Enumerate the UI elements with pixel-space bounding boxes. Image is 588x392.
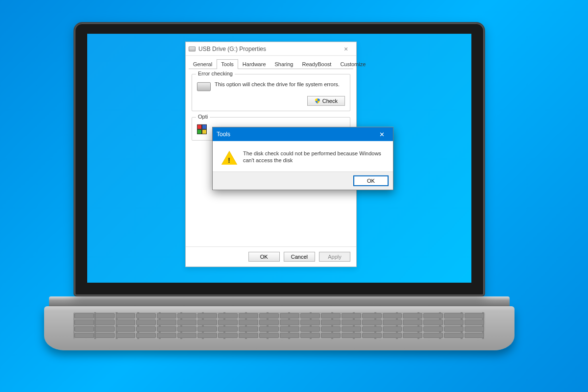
tab-tools[interactable]: Tools xyxy=(217,59,238,69)
hdd-icon xyxy=(197,82,211,91)
tab-readyboost[interactable]: ReadyBoost xyxy=(297,59,336,69)
laptop-hinge xyxy=(49,296,510,306)
error-checking-text: This option will check the drive for fil… xyxy=(215,81,345,88)
error-dialog: Tools ✕ The disk check could not be perf… xyxy=(212,127,393,190)
tab-hardware[interactable]: Hardware xyxy=(238,59,270,69)
laptop-base xyxy=(44,306,514,350)
defrag-icon xyxy=(197,124,211,135)
window-title: USB Drive (G:) Properties xyxy=(198,45,339,52)
error-message: The disk check could not be performed be… xyxy=(243,150,385,164)
cancel-button[interactable]: Cancel xyxy=(284,252,315,262)
laptop-illustration: USB Drive (G:) Properties × General Tool… xyxy=(74,22,514,350)
check-button-label: Check xyxy=(322,98,338,104)
titlebar[interactable]: USB Drive (G:) Properties × xyxy=(186,42,356,56)
error-dialog-close[interactable]: ✕ xyxy=(374,130,389,138)
laptop-keyboard xyxy=(74,312,485,339)
error-checking-label: Error checking xyxy=(196,71,235,76)
error-ok-button[interactable]: OK xyxy=(354,176,388,186)
apply-button[interactable]: Apply xyxy=(319,252,350,262)
tab-customize[interactable]: Customize xyxy=(336,59,370,69)
ok-button[interactable]: OK xyxy=(248,252,280,262)
warning-icon xyxy=(221,151,237,165)
optimize-label: Opti xyxy=(196,114,210,120)
desktop: USB Drive (G:) Properties × General Tool… xyxy=(87,34,471,283)
check-button[interactable]: Check xyxy=(307,96,345,106)
dialog-footer: OK Cancel Apply xyxy=(186,246,356,267)
error-checking-group: Error checking This option will check th… xyxy=(192,74,350,111)
tab-general[interactable]: General xyxy=(189,59,217,69)
drive-icon xyxy=(189,46,196,51)
tab-sharing[interactable]: Sharing xyxy=(270,59,298,69)
uac-shield-icon xyxy=(315,98,320,104)
close-button[interactable]: × xyxy=(339,45,353,52)
error-dialog-titlebar[interactable]: Tools ✕ xyxy=(213,127,393,141)
error-dialog-title: Tools xyxy=(217,131,374,138)
tab-bar: General Tools Hardware Sharing ReadyBoos… xyxy=(189,59,353,69)
laptop-screen-frame: USB Drive (G:) Properties × General Tool… xyxy=(74,22,485,296)
